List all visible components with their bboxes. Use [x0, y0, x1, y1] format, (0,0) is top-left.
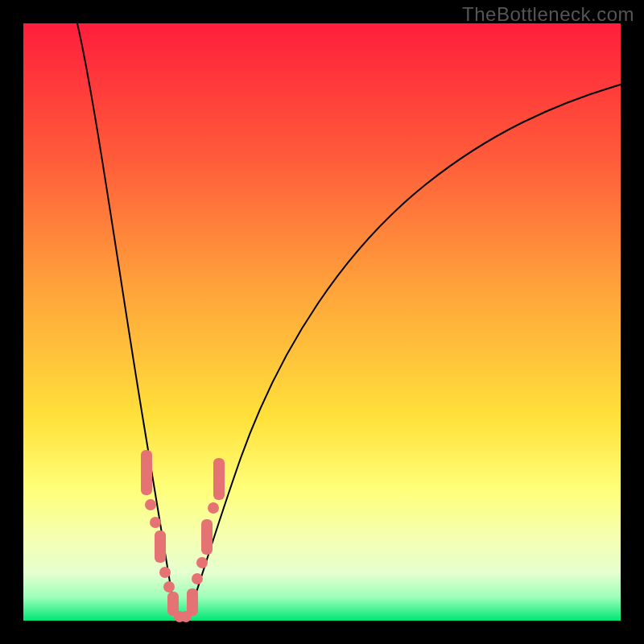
plot-area	[23, 23, 621, 621]
marker-left-mid-pill	[155, 530, 166, 563]
marker-left-dot	[163, 581, 175, 592]
marker-left-dot	[145, 499, 156, 510]
watermark-text: TheBottleneck.com	[462, 3, 634, 26]
marker-right-dot	[192, 573, 203, 584]
curve-right-arm	[187, 85, 621, 620]
marker-right-mid-pill	[201, 519, 213, 555]
marker-right-bottom-pill	[187, 588, 198, 616]
valley-markers	[141, 450, 225, 622]
marker-left-top-pill	[141, 450, 152, 495]
bottleneck-curve	[23, 23, 621, 621]
marker-left-dot	[150, 517, 161, 528]
marker-right-dot	[196, 557, 208, 568]
curve-left-arm	[77, 23, 179, 620]
marker-right-top-pill	[213, 458, 225, 500]
marker-right-dot	[208, 502, 219, 514]
marker-left-dot	[159, 567, 171, 578]
